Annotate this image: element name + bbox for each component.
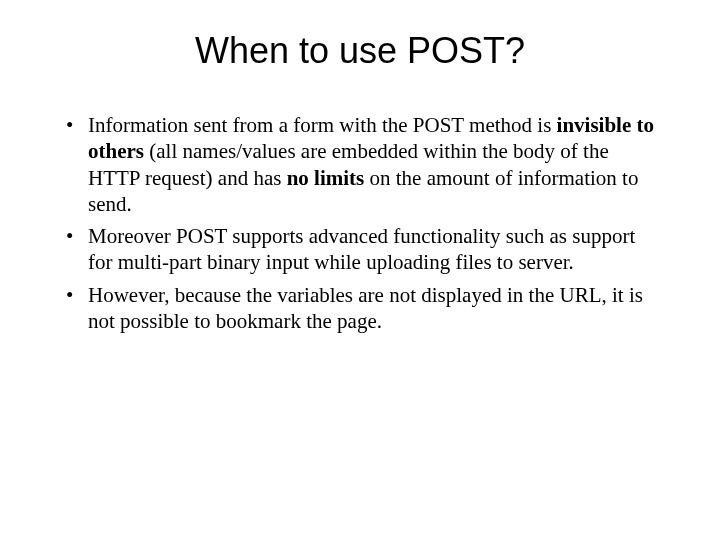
list-item: Moreover POST supports advanced function… (60, 223, 660, 276)
bullet-text: Information sent from a form with the PO… (88, 113, 557, 137)
bullet-list: Information sent from a form with the PO… (60, 112, 660, 334)
list-item: However, because the variables are not d… (60, 282, 660, 335)
slide: When to use POST? Information sent from … (0, 0, 720, 540)
bullet-text: However, because the variables are not d… (88, 283, 643, 333)
slide-title: When to use POST? (40, 30, 680, 72)
list-item: Information sent from a form with the PO… (60, 112, 660, 217)
bullet-bold: no limits (287, 166, 365, 190)
bullet-text: Moreover POST supports advanced function… (88, 224, 635, 274)
